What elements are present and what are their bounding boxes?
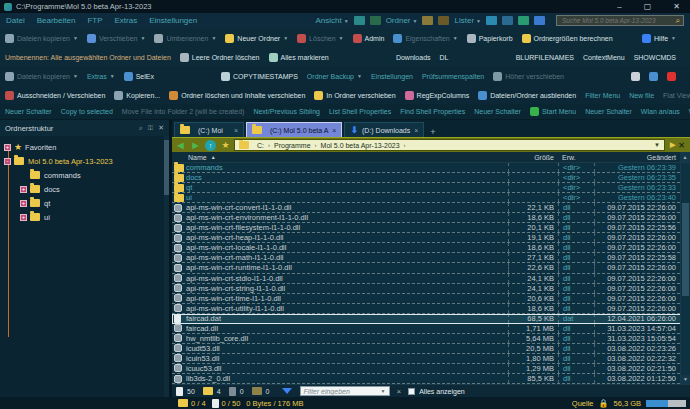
filter-input[interactable]: Filter eingeben ▼ <box>300 386 390 396</box>
folder-row-qt[interactable]: qt<dir>Gestern 06:23:33 <box>172 183 690 193</box>
file-row-api-ms-win-crt-stdio-l1-1-0-dll[interactable]: api-ms-win-crt-stdio-l1-1-0.dll24,1 KBdl… <box>172 274 690 284</box>
file-row-faircad-dat[interactable]: faircad.dat68,5 KBdat12.04.2021 06:26:00 <box>172 314 690 324</box>
folder-row-docs[interactable]: docs<dir>Gestern 06:23:35 <box>172 173 690 183</box>
eigenschaften-button[interactable]: Eigenschaften▼ <box>393 34 457 43</box>
neuer-schalter-button[interactable]: Neuer Schalter <box>5 108 52 115</box>
file-row-faircad-dll[interactable]: faircad.dll1,71 MBdll31.03.2023 14:57:04 <box>172 324 690 334</box>
find-shell-properties-button[interactable]: Find Shell Properties <box>400 108 465 115</box>
column-header-ext[interactable]: Erw. <box>558 154 594 161</box>
tab-close-icon[interactable]: × <box>332 127 336 134</box>
folder-row-commands[interactable]: commands<dir>Gestern 06:23:39 <box>172 163 690 173</box>
menu-datei[interactable]: Datei <box>6 16 25 25</box>
file-row-api-ms-win-crt-string-l1-1-0-dll[interactable]: api-ms-win-crt-string-l1-1-0.dll24,1 KBd… <box>172 284 690 294</box>
go-icon[interactable]: ▶ <box>670 141 675 149</box>
dl-button[interactable]: DL <box>440 54 449 61</box>
tab-d-downloads[interactable]: ⬇(D:) Downloads× <box>344 122 424 137</box>
filter-menu-button[interactable]: Filter Menu <box>585 92 620 99</box>
copy-to-selected-button[interactable]: Copy to selected <box>61 108 113 115</box>
show-all-checkbox[interactable] <box>408 388 415 395</box>
menu-ftp[interactable]: FTP <box>87 16 102 25</box>
tree-scrollbar[interactable] <box>164 136 169 397</box>
tab-close-icon[interactable]: × <box>414 127 418 134</box>
ausschneiden-verschieben-button[interactable]: Ausschneiden / Verschieben <box>5 91 105 100</box>
menu-bearbeiten[interactable]: Bearbeiten <box>37 16 76 25</box>
tab-close-icon[interactable]: × <box>234 127 238 134</box>
up-button[interactable]: ↑ <box>204 139 217 151</box>
file-row-api-ms-win-crt-filesystem-l1-1-0-dll[interactable]: api-ms-win-crt-filesystem-l1-1-0.dll20,1… <box>172 223 690 233</box>
list-shell-properties-button[interactable]: List Shell Properties <box>329 108 391 115</box>
copytimestamps-button[interactable]: COPYTIMESTAMPS <box>221 72 298 81</box>
file-row-api-ms-win-crt-environment-l1-1-0-dll[interactable]: api-ms-win-crt-environment-l1-1-0.dll18,… <box>172 213 690 223</box>
neuer-schalter-button[interactable]: Neuer Schalter <box>585 108 632 115</box>
tree-item-ui[interactable]: +ui <box>0 210 169 224</box>
l-schen-button[interactable]: Löschen▼ <box>297 34 343 43</box>
filter-clear-icon[interactable]: × <box>397 387 402 396</box>
dateien-kopieren-button[interactable]: Dateien kopieren▼ <box>5 72 78 81</box>
search-red-icon-button[interactable] <box>667 72 676 81</box>
in-ordner-verschieben-button[interactable]: In Ordner verschieben <box>314 91 395 100</box>
file-row-api-ms-win-crt-math-l1-1-0-dll[interactable]: api-ms-win-crt-math-l1-1-0.dll27,1 KBdll… <box>172 253 690 263</box>
tree-search-icon[interactable]: ⌕ <box>139 124 143 132</box>
folder-row-ui[interactable]: ui<dir>Gestern 06:23:40 <box>172 193 690 203</box>
file-row-icudt53-dll[interactable]: icudt53.dll20,5 MBdll03.08.2022 02:23:26 <box>172 344 690 354</box>
tree-item-qt[interactable]: +qt <box>0 196 169 210</box>
path-dropdown-icon[interactable]: ▼ <box>654 142 660 148</box>
tab-c-mol-5-0-beta-a[interactable]: (C:) Mol 5.0 beta A× <box>246 122 342 137</box>
path-close-icon[interactable]: ✕ <box>678 141 685 150</box>
expand-icon[interactable]: + <box>20 200 27 207</box>
expand-icon[interactable]: + <box>20 214 27 221</box>
preview-icon-button[interactable] <box>649 72 658 81</box>
file-row-api-ms-win-crt-utility-l1-1-0-dll[interactable]: api-ms-win-crt-utility-l1-1-0.dll18,6 KB… <box>172 304 690 314</box>
umbenennen-button[interactable]: Umbenennen▼ <box>154 34 216 43</box>
column-header-name[interactable]: Name ▲ <box>186 154 508 161</box>
favorites-star-icon[interactable]: ★ <box>219 139 232 151</box>
lister-split-icon[interactable] <box>502 16 513 25</box>
column-header-modified[interactable]: Geändert <box>594 154 680 161</box>
flat-view-selected-button[interactable]: Flat View Selected <box>663 92 690 99</box>
breadcrumb[interactable]: C:›Programme›Mol 5.0 beta Apr-13-2023›▼ <box>234 139 665 151</box>
h-her-verschieben-button[interactable]: Höher verschieben <box>493 72 564 81</box>
einstellungen-button[interactable]: Einstellungen <box>371 73 413 80</box>
collapse-icon[interactable]: - <box>4 158 11 165</box>
view-grid-icon[interactable] <box>354 16 365 25</box>
pr-fsummenspalten-button[interactable]: Prüfsummenspalten <box>422 73 484 80</box>
column-header-size[interactable]: Größe <box>508 154 558 161</box>
scrollbar-down-icon[interactable]: ▼ <box>681 375 690 384</box>
lister-preview-icon[interactable] <box>534 16 545 25</box>
showcmds-button[interactable]: SHOWCMDS <box>634 54 676 61</box>
new-file-button[interactable]: New file <box>629 92 654 99</box>
file-row-api-ms-win-crt-convert-l1-1-0-dll[interactable]: api-ms-win-crt-convert-l1-1-0.dll22,1 KB… <box>172 203 690 213</box>
scrollbar-thumb[interactable] <box>682 203 689 296</box>
blurfilenames-button[interactable]: BLURFILENAMES <box>516 54 574 61</box>
file-row-api-ms-win-crt-runtime-l1-1-0-dll[interactable]: api-ms-win-crt-runtime-l1-1-0.dll22,6 KB… <box>172 263 690 273</box>
umbenennen-alle-ausgew-hlten-ordner-und-dateien-button[interactable]: Umbenennen: Alle ausgewählten Ordner und… <box>5 54 171 61</box>
leere-ordner-l-schen-button[interactable]: Leere Ordner löschen <box>180 53 260 62</box>
selex-button[interactable]: SelEx <box>124 72 154 81</box>
lister-columns-icon[interactable] <box>518 16 529 25</box>
tree-item-commands[interactable]: commands <box>0 168 169 182</box>
breadcrumb-segment[interactable]: C: <box>257 142 264 149</box>
papierkorb-button[interactable]: Papierkorb <box>467 34 513 43</box>
search-icon[interactable]: ⌕ <box>676 16 680 25</box>
hilfe-button[interactable]: Hilfe▼ <box>642 34 676 43</box>
tab-c-moi[interactable]: (C:) Moi× <box>174 122 244 137</box>
tree-item-docs[interactable]: +docs <box>0 182 169 196</box>
file-list-scrollbar[interactable]: ▼ <box>680 163 690 384</box>
ordner-l-schen-und-inhalte-verschieben-button[interactable]: Ordner löschen und Inhalte verschieben <box>169 91 305 100</box>
start-menu-button[interactable]: Start Menu <box>530 107 576 116</box>
new-tab-button[interactable]: + <box>426 127 439 137</box>
kopieren-button[interactable]: Kopieren... <box>114 91 160 100</box>
ordnergr-en-berechnen-button[interactable]: Ordnergrößen berechnen <box>522 34 613 43</box>
tree-item-favoriten[interactable]: +★Favoriten <box>0 140 169 154</box>
breadcrumb-segment[interactable]: Mol 5.0 beta Apr-13-2023 <box>321 142 400 149</box>
forward-button[interactable]: ▶ <box>189 139 202 151</box>
neuer-ordner-button[interactable]: Neuer Ordner▼ <box>225 34 288 43</box>
tree-close-icon[interactable]: ✕ <box>158 124 164 132</box>
scrollbar-up-icon[interactable]: ▲ <box>680 152 690 162</box>
file-row-icuin53-dll[interactable]: icuin53.dll1,80 MBdll03.08.2022 02:22:32 <box>172 354 690 364</box>
view-tree-icon[interactable] <box>370 16 381 25</box>
dateien-kopieren-button[interactable]: Dateien kopieren▼ <box>5 34 78 43</box>
extras-button[interactable]: Extras▼ <box>87 73 115 80</box>
file-row-api-ms-win-crt-locale-l1-1-0-dll[interactable]: api-ms-win-crt-locale-l1-1-0.dll18,6 KBd… <box>172 243 690 253</box>
downloads-button[interactable]: Downloads <box>396 54 431 61</box>
